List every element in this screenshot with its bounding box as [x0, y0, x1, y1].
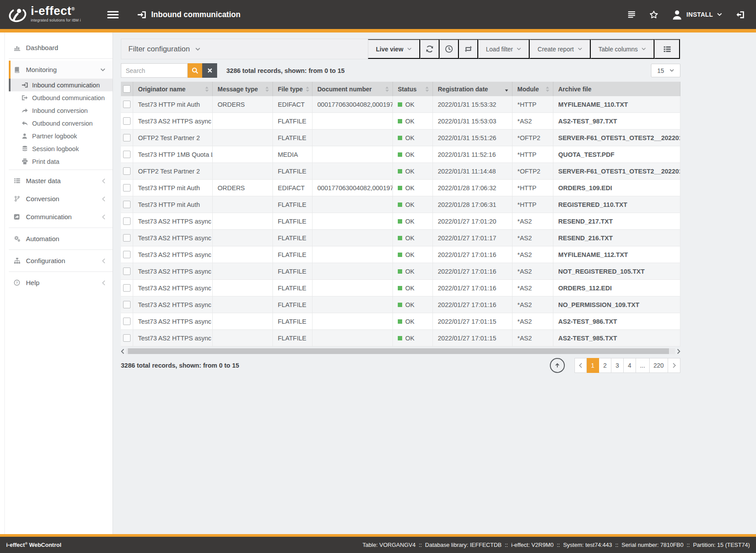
- table-row[interactable]: Test73 AS2 HTTPS async MDNFLATFILEOK2022…: [121, 113, 680, 130]
- search-input[interactable]: [121, 63, 188, 78]
- page-button-3[interactable]: 3: [611, 358, 624, 373]
- table-row[interactable]: Test73 AS2 HTTPS async MDNFLATFILEOK2022…: [121, 313, 680, 330]
- cell-checkbox: [121, 246, 133, 263]
- page-ellipsis[interactable]: ...: [636, 358, 650, 373]
- cell-registration_date: 2022/01/31 15:53:32: [433, 96, 512, 112]
- row-checkbox[interactable]: [123, 318, 131, 325]
- column-header-file_type[interactable]: File type: [273, 82, 313, 96]
- horizontal-scrollbar[interactable]: [121, 348, 680, 354]
- sidebar-item-help[interactable]: ?Help: [9, 274, 113, 292]
- row-checkbox[interactable]: [123, 151, 131, 158]
- table-row[interactable]: Test73 AS2 HTTPS async MDNFLATFILEOK2022…: [121, 330, 680, 347]
- row-checkbox[interactable]: [123, 251, 131, 258]
- clear-search-icon[interactable]: [202, 63, 217, 78]
- row-checkbox[interactable]: [123, 301, 131, 308]
- sidebar-item-monitoring[interactable]: Monitoring: [9, 61, 113, 79]
- chevron-down-icon: [516, 47, 521, 51]
- column-header-status[interactable]: Status: [393, 82, 433, 96]
- row-checkbox[interactable]: [123, 201, 131, 208]
- page-button-220[interactable]: 220: [650, 358, 668, 373]
- sidebar-item-partner-logbook[interactable]: Partner logbook: [9, 130, 113, 142]
- row-checkbox[interactable]: [123, 334, 131, 342]
- table-row[interactable]: Test73 AS2 HTTPS async MDNFLATFILEOK2022…: [121, 246, 680, 263]
- page-button-1[interactable]: 1: [587, 358, 599, 373]
- row-checkbox[interactable]: [123, 217, 131, 225]
- user-menu[interactable]: INSTALL: [672, 9, 722, 20]
- row-checkbox[interactable]: [123, 267, 131, 275]
- sidebar-item-automation[interactable]: Automation: [9, 230, 113, 248]
- table-row[interactable]: Test73 AS2 HTTPS async MDNFLATFILEOK2022…: [121, 230, 680, 246]
- filter-configuration-dropdown[interactable]: Filter configuration: [121, 39, 368, 59]
- cell-registration_date: 2022/01/31 11:14:48: [433, 163, 512, 179]
- database-icon: [21, 145, 28, 152]
- column-header-message_type[interactable]: Message type: [213, 82, 273, 96]
- row-checkbox[interactable]: [123, 117, 131, 125]
- table-row[interactable]: OFTP2 Test Partner 2FLATFILEOK2022/01/31…: [121, 163, 680, 180]
- live-view-dropdown[interactable]: Live view: [368, 39, 420, 59]
- row-checkbox[interactable]: [123, 284, 131, 292]
- column-header-originator[interactable]: Originator name: [133, 82, 213, 96]
- row-checkbox[interactable]: [123, 101, 131, 108]
- scrollbar-track[interactable]: [126, 348, 675, 354]
- sidebar-item-master-data[interactable]: Master data: [9, 172, 113, 190]
- sidebar-item-conversion[interactable]: Conversion: [9, 190, 113, 208]
- sidebar-item-outbound-conversion[interactable]: Outbound conversion: [9, 117, 113, 130]
- sort-icon: [205, 86, 209, 92]
- load-filter-dropdown[interactable]: Load filter: [478, 39, 530, 59]
- sidebar-item-dashboard[interactable]: Dashboard: [9, 39, 113, 57]
- table-row[interactable]: Test73 AS2 HTTPS async MDNFLATFILEOK2022…: [121, 263, 680, 280]
- table-row[interactable]: Test73 HTTP mit AuthORDERSEDIFACT0001770…: [121, 96, 680, 113]
- sidebar-item-configuration[interactable]: Configuration: [9, 252, 113, 270]
- table-columns-dropdown[interactable]: Table columns: [591, 39, 655, 59]
- cell-status: OK: [393, 113, 433, 129]
- sidebar-item-outbound-communication[interactable]: Outbound communication: [9, 91, 113, 104]
- status-ok-icon: [398, 152, 402, 157]
- column-header-registration_date[interactable]: Registration date: [433, 82, 512, 96]
- page-size-select[interactable]: 15: [651, 64, 680, 77]
- repeat-icon[interactable]: [459, 39, 478, 59]
- table-row[interactable]: Test73 AS2 HTTPS async MDNFLATFILEOK2022…: [121, 296, 680, 313]
- refresh-icon[interactable]: [420, 39, 440, 59]
- column-header-archive_file[interactable]: Archive file: [553, 82, 680, 96]
- logout-icon[interactable]: [735, 10, 745, 19]
- app-logo[interactable]: i-effect® integrated solutions for IBM i: [8, 5, 96, 24]
- column-header-module[interactable]: Module: [512, 82, 553, 96]
- row-checkbox[interactable]: [123, 167, 131, 175]
- table-row[interactable]: Test73 HTTP mit AuthORDERSEDIFACT0001770…: [121, 180, 680, 196]
- row-checkbox[interactable]: [123, 134, 131, 141]
- cell-status: OK: [393, 96, 433, 112]
- scrollbar-thumb[interactable]: [128, 348, 669, 354]
- row-checkbox[interactable]: [123, 234, 131, 242]
- list-view-icon[interactable]: [654, 39, 680, 59]
- sidebar-item-communication[interactable]: Communication: [9, 208, 113, 226]
- scroll-to-top-button[interactable]: [550, 358, 565, 373]
- sidebar-item-inbound-communication[interactable]: Inbound communication: [9, 79, 113, 91]
- table-row[interactable]: Test73 AS2 HTTPS async MDNFLATFILEOK2022…: [121, 213, 680, 230]
- previous-page-button[interactable]: [574, 358, 587, 373]
- cell-registration_date: 2022/01/27 17:01:16: [433, 246, 512, 263]
- cell-file_type: FLATFILE: [273, 296, 313, 313]
- sidebar-item-inbound-conversion[interactable]: Inbound conversion: [9, 104, 113, 117]
- row-checkbox[interactable]: [123, 184, 131, 192]
- menu-toggle-button[interactable]: [107, 11, 120, 19]
- status-ok-icon: [398, 186, 402, 190]
- auto-refresh-clock-icon[interactable]: [440, 39, 459, 59]
- scroll-right-icon[interactable]: [677, 349, 680, 354]
- column-header-document_number[interactable]: Document number: [313, 82, 393, 96]
- sidebar-item-session-logbook[interactable]: Session logbook: [9, 142, 113, 155]
- table-row[interactable]: Test73 HTTP mit AuthFLATFILEOK2022/01/28…: [121, 196, 680, 213]
- page-button-4[interactable]: 4: [624, 358, 636, 373]
- page-button-2[interactable]: 2: [599, 358, 611, 373]
- select-all-checkbox[interactable]: [123, 85, 131, 93]
- sidebar-item-print-data[interactable]: Print data: [9, 155, 113, 168]
- favorites-star-icon[interactable]: [649, 10, 658, 19]
- cell-status: OK: [393, 313, 433, 329]
- server-list-icon[interactable]: [627, 11, 636, 18]
- table-row[interactable]: OFTP2 Test Partner 2FLATFILEOK2022/01/31…: [121, 130, 680, 146]
- table-row[interactable]: Test73 HTTP 1MB Quota LimitMEDIAOK2022/0…: [121, 146, 680, 163]
- table-row[interactable]: Test73 AS2 HTTPS async MDNFLATFILEOK2022…: [121, 280, 680, 296]
- search-icon[interactable]: [188, 63, 202, 78]
- create-report-dropdown[interactable]: Create report: [530, 39, 590, 59]
- scroll-left-icon[interactable]: [121, 349, 124, 354]
- next-page-button[interactable]: [668, 358, 680, 373]
